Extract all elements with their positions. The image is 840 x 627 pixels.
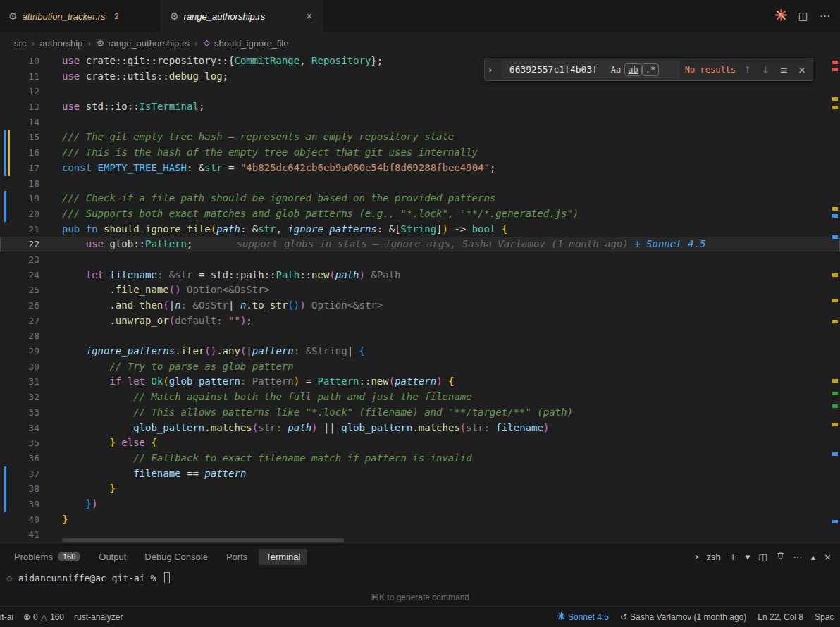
code-line[interactable]: 31 if let Ok(glob_pattern: Pattern) = Pa… [0, 374, 840, 390]
maximize-panel-icon[interactable]: ▴ [811, 552, 816, 562]
line-number: 41 [0, 527, 39, 542]
code-line[interactable]: 28 [0, 328, 840, 344]
line-number: 11 [0, 69, 39, 85]
line-number: 36 [0, 451, 39, 466]
panel-more-actions-icon[interactable]: ⋯ [793, 552, 803, 562]
overview-ruler-mark [832, 392, 838, 395]
blame-status-item[interactable]: ↺ Sasha Varlamov (1 month ago) [620, 612, 746, 622]
more-actions-icon[interactable]: ⋯ [820, 10, 830, 23]
match-case-toggle[interactable]: Aa [608, 64, 624, 75]
rust-analyzer-status-item[interactable]: rust-analyzer [74, 612, 123, 622]
code-line[interactable]: 14 [0, 115, 840, 130]
code-line[interactable]: 13use std::io::IsTerminal; [0, 99, 840, 115]
split-editor-icon[interactable]: ◫ [798, 10, 808, 23]
tab-attribution-tracker[interactable]: ⚙ attribution_tracker.rs 2 [0, 0, 161, 32]
code-line[interactable]: 38 } [0, 481, 840, 497]
code-line[interactable]: 17const EMPTY_TREE_HASH: &str = "4b825dc… [0, 161, 840, 176]
code-line[interactable]: 35 } else { [0, 435, 840, 451]
code-line[interactable]: 16/// This is the hash of the empty tree… [0, 145, 840, 161]
code-line[interactable]: 20/// Supports both exact matches and gl… [0, 206, 840, 222]
vscode-window: ⚙ attribution_tracker.rs 2 ⚙ range_autho… [0, 0, 840, 627]
terminal-cursor [164, 572, 170, 583]
code-line[interactable]: 21pub fn should_ignore_file(path: &str, … [0, 222, 840, 237]
git-branch-item[interactable]: git-ai [0, 612, 13, 622]
code-line[interactable]: 36 // Fallback to exact filename match i… [0, 451, 840, 466]
code-line[interactable]: 22 use glob::Pattern;support globs in st… [0, 237, 840, 252]
panel-tab-output[interactable]: Output [92, 549, 133, 565]
problems-status-item[interactable]: ⊗ 0 △ 160 [23, 612, 64, 622]
cursor-position-item[interactable]: Ln 22, Col 8 [758, 612, 803, 622]
code-line[interactable]: 18 [0, 176, 840, 192]
breadcrumb-symbol[interactable]: should_ignore_file [203, 38, 289, 49]
code-line[interactable]: 25 .file_name() Option<&OsStr> [0, 283, 840, 298]
code-editor[interactable]: 10use crate::git::repository::{CommitRan… [0, 54, 840, 542]
gutter-change-bar [4, 130, 6, 145]
terminal-prompt-line[interactable]: ○ aidancunniffe@ac git-ai % [0, 572, 840, 583]
code-text: use crate::utils::debug_log; [39, 69, 228, 85]
find-next-icon[interactable]: ↓ [760, 63, 772, 76]
code-line[interactable]: 34 glob_pattern.matches(str: path) || gl… [0, 421, 840, 436]
split-terminal-icon[interactable]: ◫ [758, 552, 767, 562]
find-in-selection-icon[interactable]: ≡ [778, 63, 791, 76]
code-line[interactable]: 37 filename == pattern [0, 466, 840, 482]
code-line[interactable]: 15/// The git empty tree hash — represen… [0, 130, 840, 145]
whole-word-toggle[interactable]: ab [625, 64, 641, 75]
overview-ruler-mark [832, 207, 838, 211]
line-number: 30 [0, 359, 39, 375]
line-number: 14 [0, 115, 39, 130]
code-line[interactable]: 27 .unwrap_or(default: ""); [0, 314, 840, 329]
code-text [39, 115, 62, 130]
code-line[interactable]: 24 let filename: &str = std::path::Path:… [0, 268, 840, 283]
code-text: /// This is the hash of the empty tree o… [39, 145, 478, 161]
close-panel-icon[interactable]: × [824, 552, 832, 562]
code-text: // Try to parse as glob pattern [39, 359, 294, 375]
line-number: 23 [0, 252, 39, 268]
overview-ruler-mark [832, 68, 838, 71]
breadcrumb-file[interactable]: ⚙range_authorship.rs [96, 38, 189, 49]
panel-tab-ports[interactable]: Ports [219, 549, 254, 565]
indentation-item[interactable]: Spac [815, 612, 840, 622]
code-line[interactable]: 12 [0, 84, 840, 99]
claude-extension-icon[interactable] [775, 9, 787, 24]
code-line[interactable]: 39 }) [0, 497, 840, 512]
find-input-box: Aa ab .* [502, 61, 679, 78]
find-close-icon[interactable]: × [796, 63, 808, 76]
panel-tab-terminal[interactable]: Terminal [259, 549, 307, 565]
code-line[interactable]: 30 // Try to parse as glob pattern [0, 359, 840, 375]
code-line[interactable]: 29 ignore_patterns.iter().any(|pattern: … [0, 344, 840, 359]
code-text: .unwrap_or(default: ""); [39, 314, 252, 329]
regex-toggle[interactable]: .* [643, 64, 658, 75]
code-line[interactable]: 40} [0, 512, 840, 528]
sonnet-model-item[interactable]: Sonnet 4.5 [557, 612, 609, 622]
terminal-profile[interactable]: >_ zsh [696, 552, 721, 562]
code-line[interactable]: 19/// Check if a file path should be ign… [0, 191, 840, 206]
breadcrumb-authorship[interactable]: authorship [40, 38, 83, 49]
code-text: ignore_patterns.iter().any(|pattern: &St… [39, 344, 365, 359]
breadcrumb-src[interactable]: src [14, 38, 26, 49]
new-terminal-icon[interactable]: + [729, 552, 737, 562]
symbol-method-icon [203, 39, 211, 47]
code-line[interactable]: 23 [0, 252, 840, 268]
toggle-replace-chevron-icon[interactable]: › [485, 58, 496, 80]
code-text: } [39, 512, 68, 528]
panel-tab-debug-console[interactable]: Debug Console [137, 549, 215, 565]
terminal-dropdown-icon[interactable]: ▾ [746, 552, 751, 562]
warning-icon: △ [41, 612, 47, 622]
gutter-change-bar [4, 145, 6, 161]
code-line[interactable]: 26 .and_then(|n: &OsStr| n.to_str()) Opt… [0, 298, 840, 314]
breadcrumb-separator-icon: › [31, 38, 35, 49]
code-line[interactable]: 33 // This allows patterns like "*.lock"… [0, 405, 840, 421]
code-line[interactable]: 32 // Match against both the full path a… [0, 390, 840, 405]
line-number: 33 [0, 405, 39, 421]
kill-terminal-icon[interactable] [776, 551, 785, 562]
find-input[interactable] [508, 63, 607, 75]
overview-ruler[interactable] [830, 54, 840, 542]
tab-close-icon[interactable]: × [305, 11, 314, 22]
panel-tab-problems[interactable]: Problems160 [7, 549, 87, 565]
horizontal-scrollbar[interactable] [62, 538, 344, 542]
tab-range-authorship[interactable]: ⚙ range_authorship.rs × [161, 0, 323, 32]
line-number: 21 [0, 222, 39, 237]
code-text: /// Check if a file path should be ignor… [39, 191, 495, 206]
find-previous-icon[interactable]: ↑ [741, 63, 754, 76]
terminal-hint: ⌘K to generate command [0, 592, 840, 602]
